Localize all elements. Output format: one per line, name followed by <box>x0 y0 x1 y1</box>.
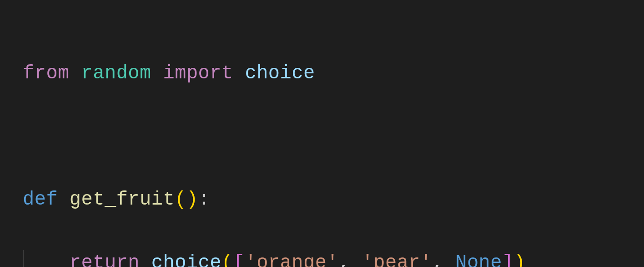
comma: , <box>432 252 444 267</box>
function-name: get_fruit <box>70 189 175 211</box>
keyword-def: def <box>23 189 58 211</box>
code-line-4: return choice(['orange', 'pear', None]) <box>23 247 621 267</box>
paren-open: ( <box>175 189 186 211</box>
code-line-3: def get_fruit(): <box>23 184 621 216</box>
code-editor: from random import choice def get_fruit(… <box>0 0 644 267</box>
colon: : <box>198 189 210 211</box>
space <box>233 62 245 84</box>
imported-name: choice <box>245 62 315 84</box>
comma: , <box>338 252 350 267</box>
module-name: random <box>81 62 151 84</box>
function-call: choice <box>151 252 221 267</box>
paren-close: ) <box>514 252 526 267</box>
space <box>151 62 163 84</box>
keyword-import: import <box>163 62 233 84</box>
space <box>140 252 151 267</box>
bracket-close: ] <box>502 252 514 267</box>
string-literal: 'orange' <box>245 252 338 267</box>
space <box>350 252 362 267</box>
space <box>58 189 70 211</box>
keyword-return: return <box>70 252 140 267</box>
space <box>443 252 455 267</box>
code-line-1: from random import choice <box>23 58 621 89</box>
paren-open: ( <box>221 252 233 267</box>
space <box>70 62 81 84</box>
bracket-open: [ <box>233 252 245 267</box>
indent <box>23 252 70 267</box>
indent-guide <box>23 250 24 267</box>
keyword-none: None <box>455 252 502 267</box>
string-literal: 'pear' <box>362 252 432 267</box>
keyword-from: from <box>23 62 70 84</box>
code-line-blank <box>23 121 621 153</box>
paren-close: ) <box>186 189 198 211</box>
